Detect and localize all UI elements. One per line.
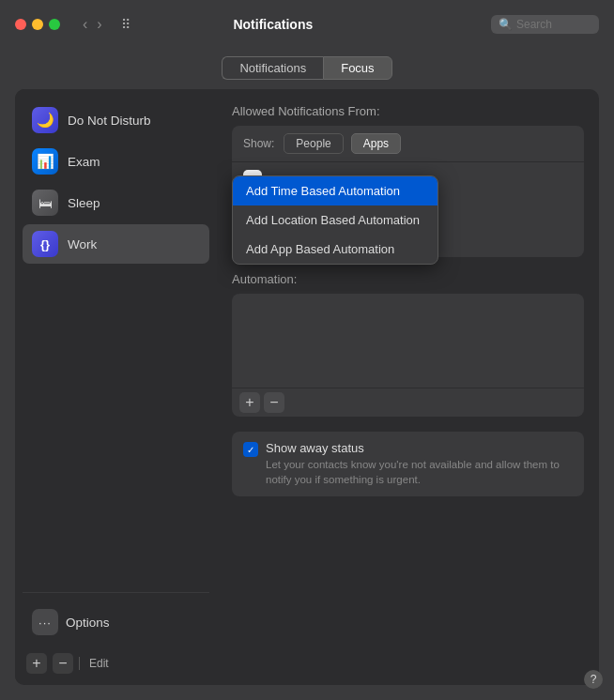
minimize-traffic-light[interactable] [32,19,43,30]
show-away-section: ✓ Show away status Let your contacts kno… [232,432,584,496]
search-icon: 🔍 [499,18,513,31]
exam-icon: 📊 [32,148,58,175]
remove-automation-button[interactable]: − [264,392,284,413]
auto-actions: + − [232,388,584,417]
dropdown-app-based[interactable]: Add App Based Automation [233,235,437,264]
show-row: Show: People Apps [232,126,584,162]
automation-section: Automation: + − Add Time Based Automatio [232,272,584,417]
show-away-title: Show away status [266,441,573,455]
work-icon: {} [32,231,58,257]
sidebar-item-label-work: Work [68,237,97,251]
sidebar-item-do-not-disturb[interactable]: 🌙 Do Not Disturb [23,100,209,140]
sidebar-item-label-exam: Exam [68,155,100,169]
sidebar-item-exam[interactable]: 📊 Exam [23,142,209,181]
automation-body [232,294,584,388]
right-panel: Allowed Notifications From: Show: People… [217,89,599,685]
dropdown-time-based[interactable]: Add Time Based Automation [233,176,437,205]
sidebar: 🌙 Do Not Disturb 📊 Exam 🛏 Sleep {} Work [15,89,217,685]
show-away-description: Let your contacts know you're not availa… [266,457,573,487]
options-icon: ··· [32,609,58,635]
sidebar-actions: + − Edit [23,646,209,674]
show-label: Show: [243,137,274,150]
add-automation-button[interactable]: + [239,392,260,413]
options-icon-dots: ··· [38,616,52,630]
automation-section-title: Automation: [232,272,584,286]
sidebar-item-sleep[interactable]: 🛏 Sleep [23,183,209,222]
show-away-text: Show away status Let your contacts know … [266,441,573,487]
options-button[interactable]: ··· Options [23,602,209,642]
edit-label[interactable]: Edit [85,655,113,672]
sidebar-footer: ··· Options [23,592,209,642]
remove-automation-icon: − [269,395,278,410]
traffic-lights [15,19,60,30]
options-label: Options [66,616,110,630]
tab-focus[interactable]: Focus [323,56,391,80]
show-away-row: ✓ Show away status Let your contacts kno… [243,441,573,487]
do-not-disturb-icon: 🌙 [32,107,58,133]
window-title: Notifications [67,17,480,32]
fullscreen-traffic-light[interactable] [49,19,60,30]
filter-apps[interactable]: Apps [351,133,401,154]
sidebar-items: 🌙 Do Not Disturb 📊 Exam 🛏 Sleep {} Work [23,100,209,585]
search-bar: 🔍 [491,15,599,34]
close-traffic-light[interactable] [15,19,26,30]
show-away-checkbox[interactable]: ✓ [243,442,258,457]
sidebar-item-work[interactable]: {} Work [23,224,209,264]
automation-dropdown: Add Time Based Automation Add Location B… [232,175,438,265]
search-input[interactable] [516,18,591,31]
minus-icon: − [58,656,67,671]
help-button[interactable]: ? [584,670,603,689]
main-content: 🌙 Do Not Disturb 📊 Exam 🛏 Sleep {} Work [0,89,614,700]
sleep-icon: 🛏 [32,190,58,216]
filter-people[interactable]: People [284,133,343,154]
sidebar-item-label-sleep: Sleep [68,196,100,210]
sidebar-item-label-dnd: Do Not Disturb [68,114,151,128]
add-focus-button[interactable]: + [26,653,47,674]
add-automation-icon: + [245,395,253,410]
remove-focus-button[interactable]: − [53,653,73,674]
inner-panel: 🌙 Do Not Disturb 📊 Exam 🛏 Sleep {} Work [15,89,599,685]
plus-icon: + [32,656,40,671]
allowed-section-title: Allowed Notifications From: [232,104,584,118]
tabs-row: Notifications Focus [0,49,614,89]
automation-box: + − [232,294,584,417]
action-separator [79,657,80,670]
dropdown-location-based[interactable]: Add Location Based Automation [233,205,437,235]
title-bar: ‹ › ⠿ Notifications 🔍 [0,0,614,49]
tab-notifications[interactable]: Notifications [222,56,323,80]
